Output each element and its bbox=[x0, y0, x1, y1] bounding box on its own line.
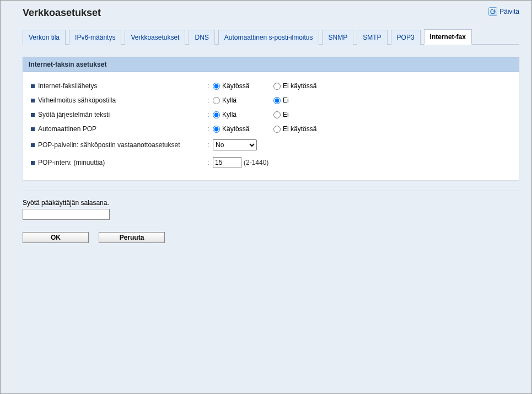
password-prompt: Syötä pääkäyttäjän salasana. bbox=[23, 199, 519, 207]
settings-panel: Internet-faksin asetukset Internet-faksi… bbox=[23, 57, 519, 181]
radio-send-on[interactable] bbox=[213, 83, 220, 90]
opt-error-no[interactable]: Ei bbox=[273, 96, 334, 104]
label-internet-fax-send: Internet-faksilähetys bbox=[38, 82, 97, 90]
row-pop-server: POP-palvelin: sähköpostin vastaanottoase… bbox=[31, 136, 511, 154]
tab-verkon-tila[interactable]: Verkon tila bbox=[23, 30, 66, 45]
colon: : bbox=[207, 141, 213, 149]
label-error-mail: Virheilmoitus sähköpostilla bbox=[38, 96, 116, 104]
tab-dns[interactable]: DNS bbox=[189, 30, 214, 45]
panel-title: Internet-faksin asetukset bbox=[23, 57, 519, 72]
page-title: Verkkoasetukset bbox=[23, 7, 101, 19]
tab-auto-email[interactable]: Automaattinen s-posti-ilmoitus bbox=[218, 30, 319, 45]
opt-label: Ei bbox=[283, 96, 289, 104]
tab-ipv6[interactable]: IPv6-määritys bbox=[69, 30, 121, 45]
label-pop-server: POP-palvelin: sähköpostin vastaanottoase… bbox=[38, 141, 180, 149]
bullet-icon bbox=[31, 143, 35, 147]
cancel-button[interactable]: Peruuta bbox=[99, 232, 165, 243]
row-internet-fax-send: Internet-faksilähetys : Käytössä Ei käyt… bbox=[31, 79, 511, 93]
refresh-label: Päivitä bbox=[499, 8, 519, 15]
row-error-mail: Virheilmoitus sähköpostilla : Kyllä Ei bbox=[31, 93, 511, 107]
radio-error-yes[interactable] bbox=[213, 97, 220, 104]
opt-autopop-on[interactable]: Käytössä bbox=[213, 125, 273, 133]
colon: : bbox=[207, 111, 213, 118]
radio-systext-yes[interactable] bbox=[213, 111, 220, 118]
colon: : bbox=[207, 125, 213, 133]
refresh-button[interactable]: Päivitä bbox=[488, 7, 519, 16]
bullet-icon bbox=[31, 84, 35, 88]
opt-error-yes[interactable]: Kyllä bbox=[213, 96, 273, 104]
colon: : bbox=[207, 159, 213, 166]
ok-button[interactable]: OK bbox=[23, 232, 89, 243]
bullet-icon bbox=[31, 99, 35, 102]
admin-password-input[interactable] bbox=[23, 209, 110, 220]
bullet-icon bbox=[31, 161, 35, 165]
opt-systext-no[interactable]: Ei bbox=[273, 111, 334, 118]
opt-label: Ei käytössä bbox=[283, 125, 316, 133]
radio-error-no[interactable] bbox=[273, 97, 281, 104]
opt-label: Ei käytössä bbox=[283, 82, 316, 90]
tab-snmp[interactable]: SNMP bbox=[323, 30, 354, 45]
pop-interval-input[interactable] bbox=[213, 157, 241, 168]
footer: Syötä pääkäyttäjän salasana. OK Peruuta bbox=[23, 191, 519, 243]
label-system-text: Syötä järjestelmän teksti bbox=[38, 111, 110, 118]
refresh-icon bbox=[488, 7, 497, 16]
opt-label: Kyllä bbox=[222, 96, 237, 104]
pop-server-select[interactable]: No bbox=[213, 139, 257, 150]
opt-label: Käytössä bbox=[222, 125, 249, 133]
tab-verkkoasetukset[interactable]: Verkkoasetukset bbox=[125, 30, 185, 45]
row-auto-pop: Automaattinen POP : Käytössä Ei käytössä bbox=[31, 122, 511, 136]
radio-send-off[interactable] bbox=[273, 83, 281, 90]
opt-send-off[interactable]: Ei käytössä bbox=[273, 82, 334, 90]
opt-send-on[interactable]: Käytössä bbox=[213, 82, 273, 90]
row-pop-interval: POP-interv. (minuuttia) : (2-1440) bbox=[31, 154, 511, 171]
bullet-icon bbox=[31, 127, 35, 131]
opt-label: Käytössä bbox=[222, 82, 249, 90]
pop-interval-hint: (2-1440) bbox=[244, 159, 268, 166]
radio-systext-no[interactable] bbox=[273, 111, 281, 118]
tab-bar: Verkon tila IPv6-määritys Verkkoasetukse… bbox=[23, 29, 519, 45]
row-system-text: Syötä järjestelmän teksti : Kyllä Ei bbox=[31, 107, 511, 122]
bullet-icon bbox=[31, 113, 35, 117]
label-pop-interval: POP-interv. (minuuttia) bbox=[38, 159, 105, 166]
radio-autopop-on[interactable] bbox=[213, 126, 220, 133]
label-auto-pop: Automaattinen POP bbox=[38, 125, 96, 133]
opt-systext-yes[interactable]: Kyllä bbox=[213, 111, 273, 118]
tab-pop3[interactable]: POP3 bbox=[391, 30, 421, 45]
radio-autopop-off[interactable] bbox=[273, 126, 281, 133]
colon: : bbox=[207, 82, 213, 90]
tab-smtp[interactable]: SMTP bbox=[357, 30, 387, 45]
opt-label: Ei bbox=[283, 111, 289, 118]
tab-internet-fax[interactable]: Internet-fax bbox=[424, 29, 472, 45]
opt-label: Kyllä bbox=[222, 111, 237, 118]
colon: : bbox=[207, 96, 213, 104]
opt-autopop-off[interactable]: Ei käytössä bbox=[273, 125, 334, 133]
